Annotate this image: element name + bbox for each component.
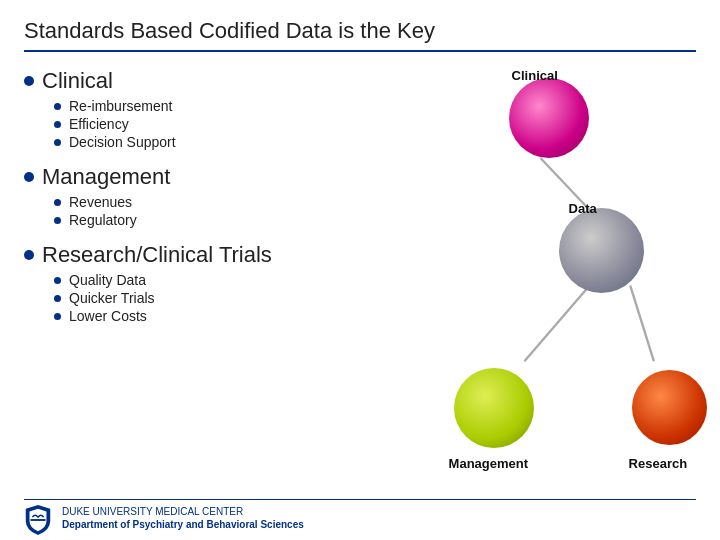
- sub-bullet-7: [54, 295, 61, 302]
- section-research-title: Research/Clinical Trials: [42, 242, 272, 268]
- section-research: Research/Clinical Trials Quality Data Qu…: [24, 242, 394, 324]
- sub-bullet-3: [54, 139, 61, 146]
- label-data: Data: [569, 201, 597, 216]
- footer-text: DUKE UNIVERSITY MEDICAL CENTER Departmen…: [62, 505, 304, 531]
- section-management: Management Revenues Regulatory: [24, 164, 394, 228]
- footer-line2: Department of Psychiatry and Behavioral …: [62, 518, 304, 531]
- footer: DUKE UNIVERSITY MEDICAL CENTER Departmen…: [24, 499, 696, 532]
- section-management-title: Management: [42, 164, 170, 190]
- section-clinical: Clinical Re-imbursement Efficiency Decis…: [24, 68, 394, 150]
- footer-line1: DUKE UNIVERSITY MEDICAL CENTER: [62, 505, 304, 518]
- section-clinical-header: Clinical: [24, 68, 394, 94]
- sub-text-decision-support: Decision Support: [69, 134, 176, 150]
- sub-item-decision-support: Decision Support: [54, 134, 394, 150]
- sub-text-efficiency: Efficiency: [69, 116, 129, 132]
- sub-bullet-2: [54, 121, 61, 128]
- section-management-header: Management: [24, 164, 394, 190]
- shield-icon: [24, 504, 52, 536]
- sub-item-lower-costs: Lower Costs: [54, 308, 394, 324]
- section-research-header: Research/Clinical Trials: [24, 242, 394, 268]
- sub-item-efficiency: Efficiency: [54, 116, 394, 132]
- sub-item-quality-data: Quality Data: [54, 272, 394, 288]
- duke-logo: [24, 504, 52, 532]
- sub-item-reimbursement: Re-imbursement: [54, 98, 394, 114]
- sub-bullet-4: [54, 199, 61, 206]
- sub-text-reimbursement: Re-imbursement: [69, 98, 172, 114]
- sub-bullet-5: [54, 217, 61, 224]
- right-column: Clinical Data Management Research: [394, 58, 696, 510]
- svg-line-2: [630, 286, 654, 362]
- management-sub-items: Revenues Regulatory: [24, 194, 394, 228]
- section-clinical-title: Clinical: [42, 68, 113, 94]
- sub-text-regulatory: Regulatory: [69, 212, 137, 228]
- sub-item-quicker-trials: Quicker Trials: [54, 290, 394, 306]
- diagram: Clinical Data Management Research: [394, 68, 696, 475]
- sphere-data: [559, 208, 644, 293]
- sub-bullet-8: [54, 313, 61, 320]
- bullet-clinical: [24, 76, 34, 86]
- sub-bullet-1: [54, 103, 61, 110]
- label-clinical: Clinical: [512, 68, 558, 83]
- sub-bullet-6: [54, 277, 61, 284]
- sub-text-quality-data: Quality Data: [69, 272, 146, 288]
- sub-text-lower-costs: Lower Costs: [69, 308, 147, 324]
- sub-text-revenues: Revenues: [69, 194, 132, 210]
- label-research: Research: [629, 456, 688, 471]
- svg-line-1: [524, 286, 589, 362]
- left-column: Clinical Re-imbursement Efficiency Decis…: [24, 58, 394, 510]
- sub-text-quicker-trials: Quicker Trials: [69, 290, 155, 306]
- bullet-research: [24, 250, 34, 260]
- label-management: Management: [449, 456, 528, 471]
- slide-title: Standards Based Codified Data is the Key: [24, 18, 696, 52]
- research-sub-items: Quality Data Quicker Trials Lower Costs: [24, 272, 394, 324]
- clinical-sub-items: Re-imbursement Efficiency Decision Suppo…: [24, 98, 394, 150]
- sphere-research: [632, 370, 707, 445]
- svg-rect-3: [30, 519, 45, 521]
- content-area: Clinical Re-imbursement Efficiency Decis…: [24, 58, 696, 510]
- sphere-management: [454, 368, 534, 448]
- sub-item-revenues: Revenues: [54, 194, 394, 210]
- slide: Standards Based Codified Data is the Key…: [0, 0, 720, 540]
- sphere-clinical: [509, 78, 589, 158]
- bullet-management: [24, 172, 34, 182]
- sub-item-regulatory: Regulatory: [54, 212, 394, 228]
